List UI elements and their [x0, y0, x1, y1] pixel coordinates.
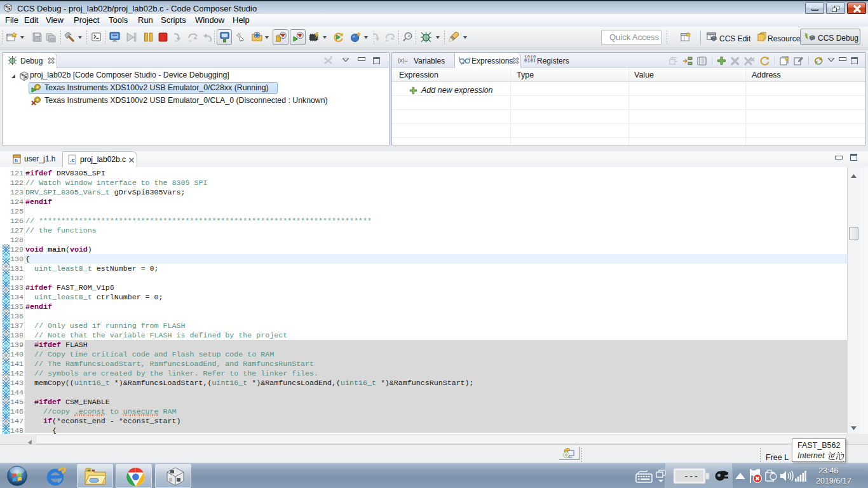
svg-text:h: h [15, 158, 18, 163]
svg-text:.c: .c [70, 157, 75, 163]
svg-text:x=: x= [461, 62, 465, 65]
svg-text:---: --- [684, 472, 698, 482]
